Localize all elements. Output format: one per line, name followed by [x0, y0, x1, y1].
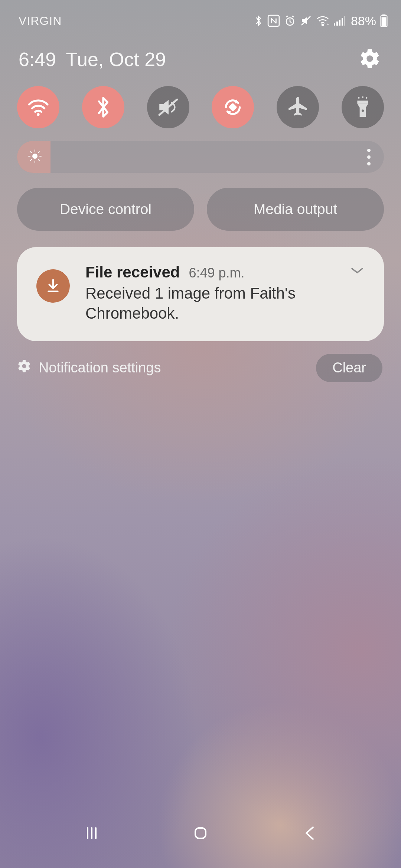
svg-rect-16 — [357, 101, 368, 103]
notification-settings-label: Notification settings — [39, 360, 161, 376]
notification-title: File received — [85, 263, 180, 281]
recents-button[interactable] — [69, 818, 114, 848]
device-control-button[interactable]: Device control — [17, 188, 194, 231]
rotate-toggle[interactable] — [212, 86, 254, 128]
date-row: 6:49 Tue, Oct 29 — [0, 37, 401, 76]
control-row: Device control Media output — [0, 173, 401, 231]
wifi-toggle[interactable] — [17, 86, 59, 128]
status-icons: + 88% — [254, 14, 388, 28]
back-button[interactable] — [287, 818, 332, 848]
clear-button[interactable]: Clear — [316, 354, 382, 382]
panel-date[interactable]: Tue, Oct 29 — [66, 48, 166, 70]
panel-footer: Notification settings Clear — [0, 341, 401, 382]
panel-time[interactable]: 6:49 — [19, 48, 56, 70]
device-control-label: Device control — [60, 201, 151, 217]
battery-icon — [380, 14, 388, 27]
brightness-icon — [27, 149, 42, 165]
quick-settings-row — [0, 76, 401, 128]
svg-line-27 — [38, 160, 39, 161]
svg-point-3 — [322, 24, 323, 26]
flashlight-toggle[interactable] — [342, 86, 384, 128]
media-output-label: Media output — [254, 201, 338, 217]
svg-rect-35 — [195, 828, 206, 838]
notification-settings-button[interactable]: Notification settings — [18, 360, 161, 376]
notification-time: 6:49 p.m. — [189, 265, 244, 281]
svg-point-21 — [32, 154, 38, 159]
svg-line-26 — [30, 152, 32, 153]
gear-icon — [18, 360, 30, 376]
svg-line-29 — [38, 152, 39, 153]
brightness-slider[interactable] — [17, 141, 384, 173]
svg-rect-12 — [382, 17, 387, 26]
settings-icon[interactable] — [360, 49, 379, 70]
svg-rect-15 — [229, 103, 237, 111]
svg-point-20 — [366, 97, 367, 99]
svg-point-13 — [37, 113, 39, 116]
alarm-icon — [284, 15, 296, 27]
bluetooth-icon — [254, 14, 263, 27]
svg-rect-8 — [342, 18, 343, 26]
carrier-label: VIRGIN — [19, 14, 62, 28]
wifi-icon: + — [316, 15, 329, 26]
airplane-toggle[interactable] — [277, 86, 319, 128]
signal-icon — [333, 15, 345, 26]
clear-label: Clear — [332, 360, 366, 376]
notification-body: File received 6:49 p.m. Received 1 image… — [85, 263, 365, 323]
navigation-bar — [0, 809, 401, 868]
bluetooth-toggle[interactable] — [82, 86, 124, 128]
nfc-icon — [267, 14, 280, 27]
svg-line-28 — [30, 160, 32, 161]
notification-card[interactable]: File received 6:49 p.m. Received 1 image… — [17, 247, 384, 341]
media-output-button[interactable]: Media output — [207, 188, 384, 231]
notification-text: Received 1 image from Faith's Chromebook… — [85, 283, 365, 323]
svg-rect-5 — [334, 23, 335, 26]
status-bar: VIRGIN + 88% — [0, 0, 401, 37]
svg-rect-9 — [344, 16, 345, 26]
home-button[interactable] — [178, 818, 223, 848]
mute-icon — [300, 15, 312, 27]
svg-rect-7 — [339, 20, 340, 26]
mute-toggle[interactable] — [147, 86, 189, 128]
svg-point-17 — [362, 109, 364, 112]
download-icon — [36, 269, 70, 303]
svg-point-19 — [362, 96, 363, 98]
svg-rect-6 — [336, 22, 338, 26]
svg-point-18 — [358, 97, 359, 99]
chevron-down-icon[interactable] — [350, 266, 365, 277]
brightness-menu-icon[interactable] — [367, 149, 371, 165]
battery-percent: 88% — [351, 14, 376, 28]
svg-text:+: + — [327, 22, 329, 26]
